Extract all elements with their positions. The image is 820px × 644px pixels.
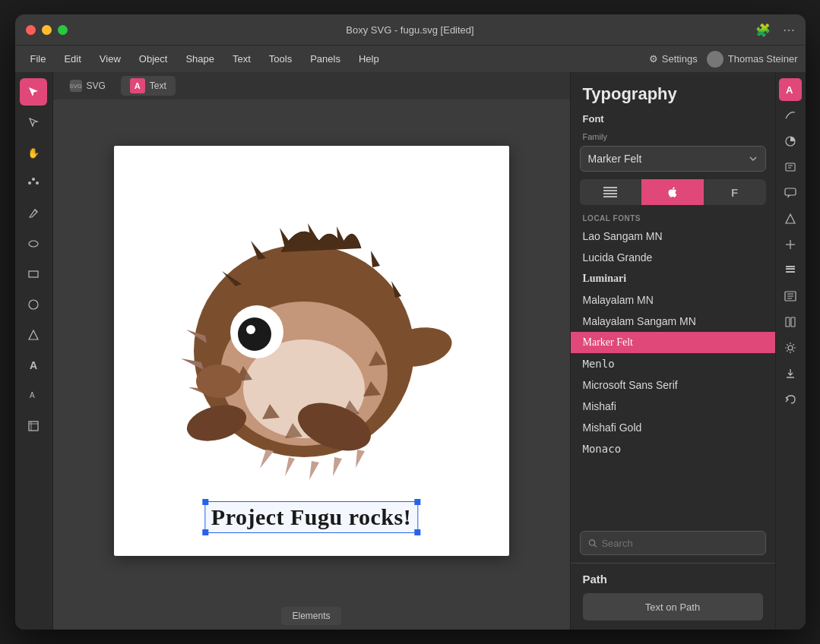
minimize-button[interactable] [42, 25, 52, 35]
close-button[interactable] [26, 25, 36, 35]
svg-marker-29 [285, 457, 295, 476]
main-content: ✋ A A [15, 72, 806, 630]
font-item-menlo[interactable]: Menlo [571, 353, 775, 374]
font-family-dropdown[interactable]: Marker Felt [580, 146, 766, 172]
ri-text[interactable] [779, 156, 802, 178]
tool-rect[interactable] [20, 260, 47, 288]
svg-rect-54 [786, 163, 795, 171]
tool-triangle[interactable] [20, 321, 47, 349]
svg-rect-62 [786, 271, 795, 273]
ri-shape[interactable] [779, 207, 802, 230]
svg-marker-31 [333, 457, 342, 476]
font-item-malayalam-sangam[interactable]: Malayalam Sangam MN [571, 311, 775, 332]
svg-point-43 [196, 365, 242, 398]
handle-br[interactable] [414, 529, 420, 535]
svg-point-5 [29, 241, 38, 247]
font-item-mishafi-gold[interactable]: Mishafi Gold [571, 417, 775, 438]
ri-speech[interactable] [779, 182, 802, 204]
menu-text[interactable]: Text [225, 50, 258, 68]
google-f-label: F [731, 186, 738, 199]
tab-text[interactable]: A Text [121, 76, 176, 96]
puzzle-icon[interactable]: 🧩 [755, 23, 771, 37]
tool-pan[interactable]: ✋ [20, 139, 47, 166]
maximize-button[interactable] [58, 25, 68, 35]
text-on-path-button[interactable]: Text on Path [583, 593, 763, 620]
left-toolbar: ✋ A A [15, 72, 53, 630]
font-item-mishafi[interactable]: Mishafi [571, 396, 775, 417]
svg-rect-49 [603, 196, 617, 197]
canvas-viewport[interactable]: Project Fugu rocks! [53, 99, 570, 602]
family-label: Family [571, 131, 775, 146]
svg-icon: SVG [70, 80, 82, 92]
ri-export[interactable] [779, 362, 802, 385]
ri-align[interactable] [779, 285, 802, 308]
ri-typography[interactable]: A [779, 78, 802, 101]
tool-text-small[interactable]: A [20, 382, 47, 409]
tool-select[interactable] [20, 78, 47, 106]
titlebar: Boxy SVG - fugu.svg [Edited] 🧩 ⋯ [15, 14, 806, 45]
tool-direct-select[interactable] [20, 109, 47, 136]
font-item-lao-sangam[interactable]: Lao Sangam MN [571, 226, 775, 247]
fugu-svg [160, 199, 464, 503]
ri-fill[interactable] [779, 130, 802, 153]
font-item-malayalam-mn[interactable]: Malayalam MN [571, 289, 775, 311]
font-source-apple[interactable] [641, 179, 704, 205]
svg-line-51 [594, 545, 596, 547]
handle-tl[interactable] [202, 499, 208, 505]
svg-text:A: A [786, 84, 793, 96]
user-button[interactable]: Thomas Steiner [707, 51, 798, 68]
menu-file[interactable]: File [23, 50, 54, 68]
svg-point-2 [32, 178, 35, 181]
svg-point-7 [29, 300, 38, 309]
ri-draw[interactable] [779, 104, 802, 127]
tool-circle[interactable] [20, 291, 47, 318]
font-item-marker-felt[interactable]: Marker Felt [571, 332, 775, 353]
menu-object[interactable]: Object [131, 50, 176, 68]
font-search-container[interactable] [580, 531, 766, 555]
ri-layers[interactable] [779, 259, 802, 282]
menu-view[interactable]: View [92, 50, 128, 68]
font-item-luminari[interactable]: Luminari [571, 268, 775, 289]
font-section-label: Font [571, 110, 775, 131]
font-item-microsoft-sans[interactable]: Microsoft Sans Serif [571, 374, 775, 396]
font-item-lucida-grande[interactable]: Lucida Grande [571, 247, 775, 268]
menu-panels[interactable]: Panels [302, 50, 348, 68]
svg-marker-58 [786, 214, 795, 223]
ri-library[interactable] [779, 311, 802, 333]
right-panel: Typography Font Family Marker Felt [570, 72, 775, 630]
svg-rect-6 [29, 271, 38, 277]
ri-undo[interactable] [779, 388, 802, 411]
svg-rect-68 [786, 317, 790, 327]
more-icon[interactable]: ⋯ [783, 23, 795, 37]
menu-help[interactable]: Help [351, 50, 387, 68]
svg-point-3 [36, 182, 39, 185]
font-source-tabs: F [580, 179, 766, 205]
font-source-google[interactable]: F [704, 179, 766, 205]
menu-edit[interactable]: Edit [56, 50, 88, 68]
tool-text[interactable]: A [20, 352, 47, 379]
font-search-input[interactable] [601, 538, 757, 549]
font-list[interactable]: Lao Sangam MN Lucida Grande Luminari Mal… [571, 226, 775, 526]
canvas-tabs: SVG SVG A Text [53, 72, 570, 99]
menu-shape[interactable]: Shape [178, 50, 222, 68]
settings-icon: ⚙ [649, 53, 658, 65]
ri-transform[interactable] [779, 233, 802, 256]
ri-settings[interactable] [779, 336, 802, 359]
settings-button[interactable]: ⚙ Settings [649, 53, 698, 65]
tool-pen[interactable] [20, 200, 47, 227]
svg-rect-48 [603, 193, 617, 194]
svg-marker-32 [356, 450, 365, 468]
svg-rect-69 [791, 317, 795, 327]
font-item-monaco[interactable]: Monaco [571, 438, 775, 459]
handle-tr[interactable] [414, 499, 420, 505]
avatar [707, 51, 723, 68]
handle-bl[interactable] [202, 529, 208, 535]
tool-frame[interactable] [20, 412, 47, 440]
selected-font-label: Marker Felt [588, 153, 642, 165]
tab-svg[interactable]: SVG SVG [61, 76, 115, 96]
menu-tools[interactable]: Tools [261, 50, 299, 68]
tool-ellipse[interactable] [20, 230, 47, 257]
tool-node[interactable] [20, 169, 47, 197]
font-source-list[interactable] [580, 179, 642, 205]
elements-button[interactable]: Elements [281, 607, 340, 625]
